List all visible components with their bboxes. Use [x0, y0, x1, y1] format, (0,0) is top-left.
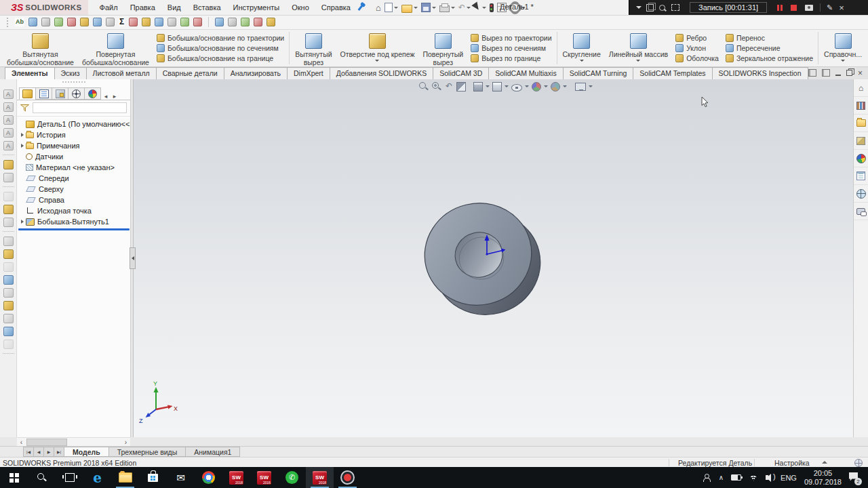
measure-icon[interactable]	[41, 18, 50, 26]
tab-solidcam-templates[interactable]: SolidCAM Templates	[633, 67, 712, 79]
tab-solidcam-multiaxis[interactable]: SolidCAM Multiaxis	[488, 67, 563, 79]
expand-arrow-icon[interactable]	[19, 133, 26, 137]
taskbar-search[interactable]	[28, 467, 56, 488]
task-pane-forum[interactable]	[854, 203, 868, 220]
first-sheet-button[interactable]: |◀	[23, 447, 34, 457]
people-icon[interactable]	[703, 474, 711, 482]
task-pane-appearances[interactable]	[854, 150, 868, 167]
taskbar-task-view[interactable]	[56, 467, 83, 488]
color-swatch-icon[interactable]	[254, 18, 262, 26]
recorder-pause-button[interactable]	[777, 5, 783, 11]
options-dropdown-icon[interactable]	[180, 18, 189, 26]
close-icon[interactable]: ×	[858, 70, 863, 77]
tree-item-root[interactable]: Деталь1 (По умолчанию<<По	[17, 119, 130, 129]
tree-item-material[interactable]: Материал <не указан>	[17, 162, 130, 173]
curvature-check-icon[interactable]	[129, 18, 138, 26]
taskbar-screen-recorder[interactable]	[334, 467, 361, 488]
3d-drawing-view-icon[interactable]	[3, 192, 14, 201]
boxed-feature-icon[interactable]	[3, 301, 14, 310]
undo-dropdown-icon[interactable]	[467, 7, 471, 9]
tab-display-manager[interactable]	[84, 87, 101, 100]
last-sheet-button[interactable]: ▶|	[54, 447, 64, 457]
annotation-note-icon[interactable]: A	[3, 89, 14, 99]
tab-dimxpert[interactable]: DimXpert	[287, 67, 330, 79]
feature-wrench-icon[interactable]	[3, 314, 14, 323]
ribbon-button-mirror[interactable]: Зеркальное отражение	[726, 54, 813, 64]
panel-horizontal-scrollbar[interactable]: ‹ ›	[17, 437, 130, 446]
tab-feature-manager[interactable]	[19, 87, 36, 100]
tree-item-history-folder[interactable]: История	[17, 129, 130, 140]
hole-wizard-dropdown-icon[interactable]	[375, 60, 379, 62]
ribbon-button-lofted-boss-base[interactable]: Бобышка/основание по сечениям	[157, 43, 284, 54]
symmetry-check-icon[interactable]	[155, 18, 163, 26]
restore-icon[interactable]	[846, 70, 852, 76]
filter-input[interactable]	[33, 102, 127, 113]
check-feature-icon[interactable]	[93, 18, 102, 26]
new-document-icon[interactable]	[384, 3, 393, 12]
spell-check-icon[interactable]: Ab	[15, 18, 24, 26]
task-pane-toolbox[interactable]	[854, 132, 868, 150]
pane-right-icon[interactable]	[822, 69, 830, 77]
print-icon[interactable]	[439, 5, 450, 12]
ribbon-button-wrap[interactable]: Перенос	[726, 33, 813, 43]
menu-вставка[interactable]: Вставка	[187, 1, 227, 14]
pane-left-icon[interactable]	[808, 69, 816, 77]
tray-expand-icon[interactable]: ∧	[719, 474, 724, 481]
tabs-scroll-left-icon[interactable]: ◂	[102, 93, 109, 100]
tab-анализировать[interactable]: Анализировать	[224, 67, 288, 79]
sheet-tab-анимация1[interactable]: Анимация1	[185, 447, 240, 457]
speaker-icon[interactable]	[766, 475, 768, 480]
recorder-collapse-icon[interactable]	[636, 6, 642, 9]
tab-эскиз[interactable]: Эскиз	[54, 67, 87, 79]
sheet-tab-модель[interactable]: Модель	[64, 447, 109, 457]
ribbon-button-swept-cut[interactable]: Вырез по траектории	[471, 33, 551, 43]
ribbon-button-lofted-cut[interactable]: Вырез по сечениям	[471, 43, 551, 54]
linear-pattern-dropdown-icon[interactable]	[636, 60, 640, 62]
hatch-pattern-icon[interactable]	[3, 173, 14, 182]
ribbon-button-swept-boss-base[interactable]: Бобышка/основание по траектории	[157, 33, 284, 43]
panel-collapse-handle[interactable]	[130, 247, 136, 269]
revolved-feature-icon[interactable]	[3, 218, 14, 227]
ribbon-button-revolved-boss-base[interactable]: Повернутаябобышка/основание	[78, 30, 153, 66]
scroll-left-icon[interactable]: ‹	[17, 439, 26, 446]
select-dropdown-icon[interactable]	[482, 7, 486, 9]
annotation-list-icon[interactable]: A	[3, 128, 14, 138]
ramp-feature-icon[interactable]	[3, 275, 14, 285]
task-pane-resources[interactable]	[854, 97, 868, 115]
ribbon-button-fillet[interactable]: Скругление	[559, 30, 605, 66]
tabs-scroll-right-icon[interactable]: ▸	[111, 93, 118, 100]
weld-table-icon[interactable]	[3, 160, 14, 169]
undo-icon[interactable]: ↶	[458, 3, 465, 12]
recorder-window-select-icon[interactable]	[646, 4, 654, 12]
task-pane-solidworks-content[interactable]	[854, 185, 868, 203]
save-dropdown-icon[interactable]	[432, 7, 436, 9]
mass-properties-icon[interactable]	[54, 18, 63, 26]
print-dropdown-icon[interactable]	[451, 7, 455, 9]
task-pane-custom-properties[interactable]	[854, 167, 868, 185]
recorder-region-select-icon[interactable]	[671, 4, 679, 11]
sensors-tool-icon[interactable]	[80, 18, 89, 26]
recorder-close-button[interactable]: ×	[839, 3, 844, 13]
tab-property-manager[interactable]	[35, 87, 52, 100]
equations-icon[interactable]: Σ	[119, 18, 125, 26]
task-pane-home[interactable]: ⌂	[854, 79, 868, 97]
ribbon-button-draft[interactable]: Уклон	[675, 43, 719, 54]
expand-arrow-icon[interactable]	[19, 220, 26, 224]
search-settings-icon[interactable]	[28, 18, 37, 26]
menu-окно[interactable]: Окно	[285, 1, 315, 14]
reference-geometry-dropdown-icon[interactable]	[841, 60, 845, 62]
ribbon-button-revolved-cut[interactable]: Повернутыйвырез	[418, 30, 467, 66]
recorder-stop-button[interactable]	[791, 5, 797, 11]
pin-menu-icon[interactable]	[357, 5, 363, 11]
ribbon-button-extruded-boss-base[interactable]: Вытянутаябобышка/основание	[3, 30, 78, 66]
annotation-edit-icon[interactable]: A	[3, 102, 14, 112]
action-center[interactable]: 2	[849, 472, 860, 483]
ribbon-button-linear-pattern[interactable]: Линейный массив	[605, 30, 672, 66]
taskbar-solidworks-2018[interactable]: SW2018	[222, 467, 250, 488]
part-boss-extrude-body[interactable]	[414, 192, 551, 326]
tree-item-sensors[interactable]: Датчики	[17, 151, 130, 162]
open-document-dropdown-icon[interactable]	[414, 7, 418, 9]
taskbar-mail[interactable]: ✉	[167, 467, 195, 488]
ribbon-button-boundary-boss-base[interactable]: Бобышка/основание на границе	[157, 54, 284, 64]
annotation-add-icon[interactable]: A	[3, 115, 14, 125]
